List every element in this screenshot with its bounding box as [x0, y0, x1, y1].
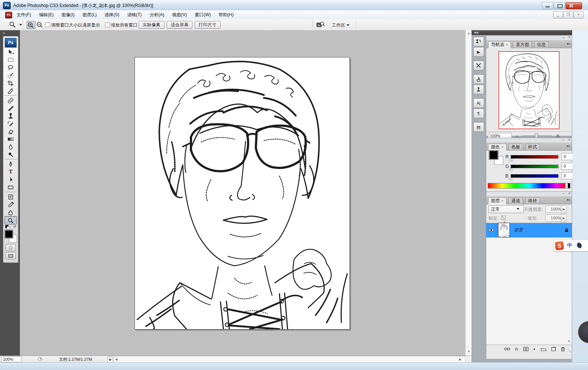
- type-tool[interactable]: T: [5, 168, 17, 176]
- panel-scroll-down-icon[interactable]: ▼: [567, 339, 571, 343]
- history-brush-tool[interactable]: [5, 120, 17, 127]
- panel-scroll-up-icon[interactable]: ▲: [567, 225, 571, 228]
- menu-image[interactable]: 图像(I): [58, 10, 78, 20]
- green-slider-thumb[interactable]: [509, 168, 513, 170]
- tab-close-icon[interactable]: ×: [501, 199, 504, 203]
- delete-layer-icon[interactable]: [561, 347, 565, 352]
- opacity-value[interactable]: 100%: [545, 205, 563, 213]
- doc-close-button[interactable]: ×: [574, 11, 584, 18]
- layer-thumbnail[interactable]: [498, 223, 509, 237]
- window-minimize-button[interactable]: [542, 2, 553, 9]
- green-channel-slider[interactable]: [511, 165, 559, 168]
- layer-mask-icon[interactable]: [523, 347, 529, 351]
- panel-minimize-icon[interactable]: –: [563, 35, 565, 39]
- tab-swatches[interactable]: 色板: [508, 144, 523, 150]
- tool-presets-panel-icon[interactable]: [473, 61, 484, 70]
- tab-paths[interactable]: 路径: [525, 197, 540, 204]
- status-zoom-field[interactable]: 100%: [1, 356, 22, 362]
- actual-pixels-button[interactable]: 实际像素: [139, 21, 164, 29]
- status-menu-arrow[interactable]: ▶: [108, 356, 113, 363]
- blue-slider-thumb[interactable]: [509, 177, 513, 180]
- history-panel-icon[interactable]: [473, 37, 484, 46]
- gradient-tool[interactable]: [5, 135, 17, 143]
- dodge-tool[interactable]: [5, 151, 17, 158]
- panel-menu-icon[interactable]: ▾≡: [567, 42, 570, 46]
- zoom-out-mountain-icon[interactable]: [515, 135, 519, 137]
- menu-edit[interactable]: 编辑(E): [36, 10, 57, 20]
- tab-close-icon[interactable]: ×: [501, 145, 504, 149]
- spectrum-black-swatch[interactable]: [568, 183, 570, 188]
- panel-minimize-icon[interactable]: –: [563, 138, 565, 142]
- blur-tool[interactable]: [5, 143, 17, 151]
- crop-tool[interactable]: [5, 79, 17, 87]
- eraser-tool[interactable]: [5, 127, 17, 135]
- document-canvas-area[interactable]: [20, 30, 465, 356]
- zoom-tool-option-icon[interactable]: [9, 21, 16, 28]
- tool-preset-caret-icon[interactable]: [19, 24, 22, 26]
- panel-close-icon[interactable]: ×: [568, 138, 570, 142]
- quick-mask-button[interactable]: [6, 244, 16, 251]
- panel-menu-icon[interactable]: ▾≡: [567, 144, 570, 148]
- panel-menu-icon[interactable]: ▾≡: [567, 198, 570, 202]
- blue-channel-slider[interactable]: [511, 174, 559, 178]
- zoom-in-mountain-icon[interactable]: [555, 134, 561, 137]
- menu-select[interactable]: 选择(S): [101, 10, 123, 20]
- ime-mode-indicator[interactable]: 中: [567, 242, 572, 249]
- horizontal-scrollbar[interactable]: ◀ ▶: [114, 356, 465, 363]
- red-slider-thumb[interactable]: [509, 158, 513, 161]
- swap-colors-icon[interactable]: ⇄: [13, 225, 16, 228]
- sogou-ime-bar[interactable]: S 中: [554, 240, 588, 251]
- vertical-scrollbar[interactable]: ▲ ▼: [465, 30, 472, 356]
- pen-tool[interactable]: [5, 160, 17, 168]
- tab-navigator[interactable]: 导航器×: [488, 41, 511, 48]
- menu-layer[interactable]: 图层(L): [79, 10, 100, 20]
- spot-healing-tool[interactable]: [5, 96, 17, 104]
- scroll-right-icon[interactable]: ▶: [459, 357, 462, 361]
- tab-histogram[interactable]: 直方图: [513, 41, 532, 48]
- collapse-dock-left-icon[interactable]: ◀◀: [474, 30, 478, 35]
- lock-transparency-icon[interactable]: [501, 215, 506, 220]
- foreground-color-swatch[interactable]: [5, 230, 13, 238]
- zoom-in-button[interactable]: [27, 21, 35, 29]
- opacity-arrow-icon[interactable]: ▶: [561, 205, 567, 214]
- menu-window[interactable]: 窗口(W): [191, 10, 214, 20]
- background-layer-row[interactable]: 背景: [486, 223, 572, 237]
- go-to-bridge-button[interactable]: Br: [316, 21, 325, 28]
- move-tool[interactable]: [5, 48, 17, 56]
- layer-name[interactable]: 背景: [514, 227, 523, 233]
- clone-source-panel-icon[interactable]: [473, 85, 484, 94]
- fit-window-checkbox[interactable]: [45, 22, 50, 27]
- tab-styles[interactable]: 样式: [525, 144, 540, 150]
- quick-select-tool[interactable]: [5, 71, 17, 79]
- workspace-label[interactable]: 工作区: [332, 22, 349, 28]
- tab-color[interactable]: 颜色×: [488, 144, 507, 151]
- window-close-button[interactable]: [566, 2, 582, 9]
- fill-value[interactable]: 100%: [545, 214, 563, 222]
- panel-minimize-icon[interactable]: –: [563, 191, 565, 195]
- doc-minimize-button[interactable]: _: [553, 11, 563, 18]
- marquee-tool[interactable]: [5, 56, 17, 64]
- zoom-tool[interactable]: [4, 216, 17, 225]
- actions-panel-icon[interactable]: ▶: [473, 47, 484, 57]
- slice-tool[interactable]: [5, 87, 17, 95]
- layer-style-icon[interactable]: fx: [515, 347, 518, 351]
- print-size-button[interactable]: 打印尺寸: [195, 21, 220, 29]
- scroll-down-icon[interactable]: ▼: [466, 350, 472, 353]
- menu-help[interactable]: 帮助(H): [215, 10, 237, 20]
- spectrum-white-swatch[interactable]: [565, 183, 568, 188]
- fill-arrow-icon[interactable]: ▶: [561, 214, 567, 222]
- layer-visibility-cell[interactable]: [486, 223, 496, 237]
- hand-tool[interactable]: [5, 208, 17, 216]
- adjustment-layer-icon[interactable]: ◐: [533, 346, 536, 352]
- paragraph-panel-icon[interactable]: ¶: [473, 109, 484, 118]
- menu-view[interactable]: 视图(V): [169, 10, 190, 20]
- scroll-left-icon[interactable]: ◀: [115, 357, 118, 361]
- lasso-tool[interactable]: [5, 64, 17, 71]
- color-spectrum-ramp[interactable]: [488, 183, 570, 188]
- brush-tool[interactable]: [5, 104, 17, 112]
- tab-layers[interactable]: 图层×: [488, 197, 507, 204]
- zoom-out-button[interactable]: [36, 21, 43, 28]
- window-restore-button[interactable]: [554, 2, 565, 9]
- sogou-logo-icon[interactable]: S: [555, 241, 564, 250]
- path-select-tool[interactable]: [5, 176, 17, 183]
